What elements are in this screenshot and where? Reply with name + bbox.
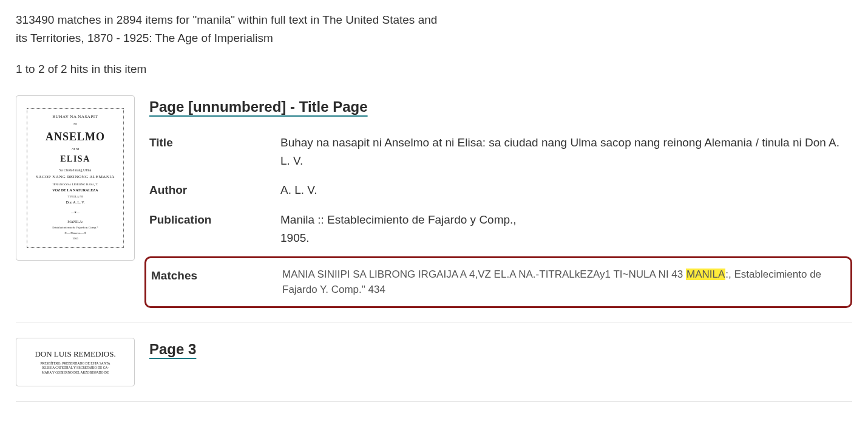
page-link[interactable]: Page [unnumbered] - Title Page [149,95,368,118]
meta-value: Buhay na nasapit ni Anselmo at ni Elisa:… [280,134,852,171]
search-result: BUHAY NA NASAPIT NI ANSELMO AT NI ELISA … [16,95,852,323]
thumb-text: DON LUIS REMEDIOS. [24,348,127,361]
thumb-text: SACOP NANG REINONG ALEMANIA [31,174,120,180]
thumb-text: MARA Y GOBIERNO DEL ARZOBISPADO DE [24,371,127,375]
thumb-text: PRESBÍTERO, PREBENDADO DE ESTA SANTA [24,361,127,366]
page-thumbnail[interactable]: BUHAY NA NASAPIT NI ANSELMO AT NI ELISA … [16,95,135,261]
meta-label: Title [149,134,280,171]
search-summary: 313490 matches in 2894 items for "manila… [16,11,441,48]
page-link[interactable]: Page 3 [149,338,196,361]
thumb-text: —∗— [31,210,120,215]
meta-row-author: Author A. L. V. [149,181,852,199]
thumb-text: ∗— Plateria.—∗ [31,231,120,236]
thumbnail-titlepage: BUHAY NA NASAPIT NI ANSELMO AT NI ELISA … [27,108,124,248]
meta-label: Author [149,181,280,199]
thumb-text: IGLESIA CATEDRAL Y SECRETARIO DE CA- [24,366,127,370]
thumb-text: HINANGO SA LIBRONG BASA, T. [31,182,120,187]
thumbnail-page3: DON LUIS REMEDIOS. PRESBÍTERO, PREBENDAD… [24,343,127,375]
match-snippet: MANIA SINIIPI SA LIBRONG IRGAIJA A 4,VZ … [282,267,839,298]
meta-label: Matches [146,267,282,298]
meta-row-publication: Publication Manila :: Establecimiento de… [149,211,852,248]
thumb-text: VOZ DE LA NATURALEZA [31,188,120,194]
publication-text: Manila :: Establecimiento de Fajardo y C… [280,213,517,226]
thumb-text: MANILA: [31,219,120,225]
hit-range: 1 to 2 of 2 hits in this item [16,60,852,78]
thumb-text: ANSELMO [31,128,120,146]
search-result: DON LUIS REMEDIOS. PRESBÍTERO, PREBENDAD… [16,338,852,402]
meta-value: A. L. V. [280,181,852,199]
thumb-text: BUHAY NA NASAPIT [31,114,120,120]
thumb-text: Establecimiento de Fajardo y Comp.* [31,225,120,230]
thumb-text: 1905 [31,236,120,241]
page-thumbnail[interactable]: DON LUIS REMEDIOS. PRESBÍTERO, PREBENDAD… [16,338,135,386]
thumb-text: Don A. L. V. [31,200,120,206]
matches-highlight-box: Matches MANIA SINIIPI SA LIBRONG IRGAIJA… [144,256,852,308]
publication-year: 1905. [280,231,310,244]
thumb-text: ELISA [31,152,120,166]
match-highlight: MANILA [686,269,725,280]
meta-row-title: Title Buhay na nasapit ni Anselmo at ni … [149,134,852,171]
thumb-text: Sa Ciudad nang Ulma [31,168,120,174]
match-pre: MANIA SINIIPI SA LIBRONG IRGAIJA A 4,VZ … [282,269,686,280]
thumb-text: TINULA NI [31,194,120,199]
result-content: Page [unnumbered] - Title Page Title Buh… [149,95,852,307]
result-content: Page 3 [149,338,852,386]
thumb-text: NI [31,122,120,127]
meta-label: Publication [149,211,280,248]
meta-value: Manila :: Establecimiento de Fajardo y C… [280,211,852,248]
thumb-text: AT NI [31,147,120,152]
